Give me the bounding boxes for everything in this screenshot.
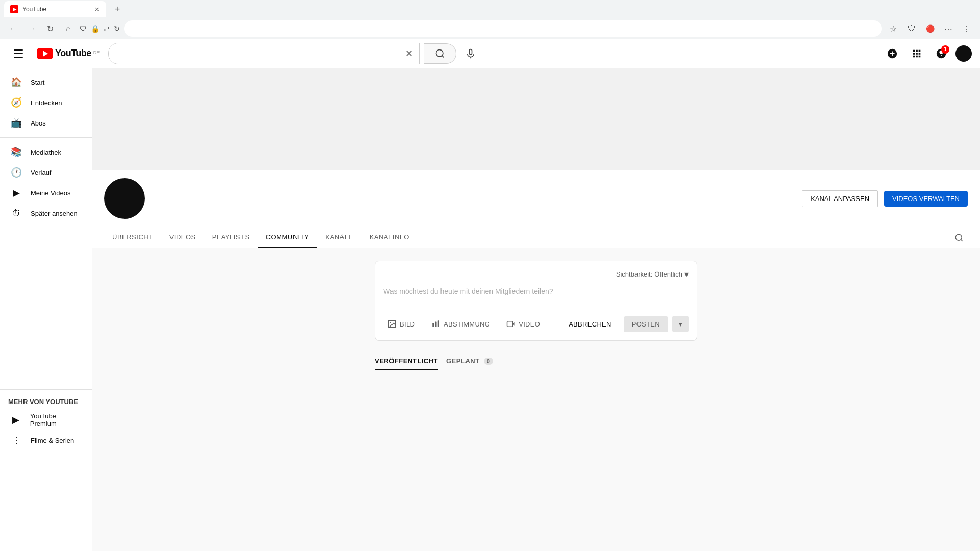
channel-banner (92, 68, 980, 170)
channel-actions: KANAL ANPASSEN VIDEOS VERWALTEN (802, 190, 968, 207)
home-button[interactable]: ⌂ (61, 21, 76, 36)
sidebar-item-meine-videos[interactable]: ▶ Meine Videos (2, 183, 90, 203)
oeffentlich-label: Öffentlich (654, 270, 682, 278)
reload-button[interactable]: ↻ (43, 21, 57, 36)
search-input[interactable] (109, 43, 399, 64)
translate-icon: ↻ (114, 24, 120, 33)
sidebar-item-filme-serien[interactable]: ⋮ Filme & Serien (2, 430, 90, 450)
posten-button[interactable]: POSTEN (624, 316, 668, 332)
badge-button[interactable]: 🔴 (923, 21, 937, 36)
sidebar-item-start-label: Start (31, 79, 44, 86)
post-input[interactable] (383, 283, 689, 308)
shield-button[interactable]: 🛡 (904, 21, 919, 36)
hamburger-menu-button[interactable] (8, 43, 29, 64)
youtube-logo[interactable]: YouTube DE (37, 48, 100, 59)
geplant-count-badge: 0 (484, 358, 494, 365)
sidebar-spacer (0, 232, 92, 385)
video-icon (506, 319, 516, 329)
tab-playlists[interactable]: PLAYLISTS (204, 227, 258, 248)
sidebar-item-verlauf[interactable]: 🕐 Verlauf (2, 162, 90, 183)
tab-uebersicht[interactable]: ÜBERSICHT (104, 227, 161, 248)
sidebar-item-abos[interactable]: 📺 Abos (2, 113, 90, 133)
kanal-anpassen-button[interactable]: KANAL ANPASSEN (802, 190, 878, 207)
tab-search-icon (954, 233, 964, 242)
abbrechen-button[interactable]: ABBRECHEN (560, 316, 620, 332)
header-right: 1 (882, 43, 972, 64)
compass-icon: 🧭 (10, 97, 22, 108)
search-clear-button[interactable]: ✕ (399, 43, 419, 64)
sidebar-item-spaeter-ansehen[interactable]: ⏱ Später ansehen (2, 203, 90, 223)
svg-rect-8 (438, 320, 439, 327)
address-bar[interactable] (124, 20, 882, 37)
watch-later-icon: ⏱ (10, 208, 22, 219)
post-composer-header: Sichtbarkeit: Öffentlich ▾ (383, 269, 689, 279)
tab-community[interactable]: COMMUNITY (258, 227, 317, 248)
search-button[interactable] (424, 43, 456, 64)
image-icon (387, 319, 397, 329)
hamburger-line-3 (14, 57, 23, 58)
tab-close-button[interactable]: × (94, 4, 100, 14)
veroeffentlicht-tab[interactable]: VERÖFFENTLICHT (375, 353, 438, 370)
videos-verwalten-button[interactable]: VIDEOS VERWALTEN (884, 191, 968, 207)
more-section-title: MEHR VON YOUTUBE (0, 394, 92, 410)
sidebar: 🏠 Start 🧭 Entdecken 📺 Abos 📚 Mediathek 🕐… (0, 68, 92, 551)
hamburger-line-1 (14, 49, 23, 51)
visibility-chevron-icon: ▾ (684, 269, 689, 279)
forward-button[interactable]: → (24, 21, 39, 36)
channel-header: KANAL ANPASSEN VIDEOS VERWALTEN (92, 170, 980, 227)
sidebar-item-entdecken[interactable]: 🧭 Entdecken (2, 92, 90, 113)
tab-title: YouTube (22, 6, 46, 13)
browser-tab[interactable]: ▶ YouTube × (4, 1, 106, 17)
svg-point-0 (436, 49, 443, 56)
menu-button[interactable]: ⋮ (960, 21, 974, 36)
video-button[interactable]: VIDEO (502, 316, 544, 332)
sidebar-item-filme-serien-label: Filme & Serien (31, 437, 74, 444)
notifications-button[interactable]: 1 (931, 43, 951, 64)
bookmark-button[interactable]: ☆ (886, 21, 900, 36)
bild-button[interactable]: BILD (383, 316, 419, 332)
community-section: Sichtbarkeit: Öffentlich ▾ (362, 261, 709, 370)
svg-point-5 (390, 322, 391, 323)
lock-icon: 🔒 (91, 24, 100, 33)
post-actions: ABBRECHEN POSTEN ▾ (560, 316, 689, 332)
sidebar-item-start[interactable]: 🏠 Start (2, 72, 90, 92)
tab-kanaele[interactable]: KANÄLE (317, 227, 361, 248)
header-left: YouTube DE (8, 43, 100, 64)
browser-chrome: ▶ YouTube × + ← → ↻ ⌂ 🛡 🔒 ⇄ ↻ ☆ 🛡 🔴 ⋯ ⋮ (0, 0, 980, 39)
back-button[interactable]: ← (6, 21, 20, 36)
tab-search-button[interactable] (950, 229, 968, 246)
microphone-icon (465, 48, 476, 59)
sidebar-item-mediathek[interactable]: 📚 Mediathek (2, 142, 90, 162)
svg-line-1 (442, 55, 444, 57)
youtube-country-badge: DE (93, 50, 100, 55)
new-tab-button[interactable]: + (110, 2, 125, 16)
apps-button[interactable] (906, 43, 927, 64)
hamburger-line-2 (14, 53, 23, 54)
user-avatar[interactable] (955, 45, 972, 62)
post-composer-footer: BILD ABSTIMMUNG (383, 310, 689, 332)
svg-rect-6 (432, 323, 434, 328)
sidebar-item-meine-videos-label: Meine Videos (31, 189, 71, 197)
sidebar-item-mediathek-label: Mediathek (31, 148, 61, 156)
voice-search-button[interactable] (460, 43, 481, 64)
header-center: ✕ (108, 43, 481, 64)
browser-titlebar: ▶ YouTube × + (0, 0, 980, 18)
badge-icon: 🔴 (926, 24, 935, 33)
tab-videos[interactable]: VIDEOS (161, 227, 204, 248)
abstimmung-button[interactable]: ABSTIMMUNG (427, 316, 494, 332)
create-button[interactable] (882, 43, 902, 64)
create-icon (887, 48, 898, 59)
extension-icon: ⇄ (104, 24, 110, 33)
extensions-button[interactable]: ⋯ (941, 21, 955, 36)
youtube-logo-text: YouTube (55, 48, 91, 59)
tab-kanalinfo[interactable]: KANALINFO (361, 227, 418, 248)
abstimmung-label: ABSTIMMUNG (444, 320, 490, 328)
sichtbarkeit-label: Sichtbarkeit: (616, 270, 653, 278)
sidebar-item-youtube-premium[interactable]: ▶ YouTube Premium (2, 410, 90, 430)
sidebar-item-youtube-premium-label: YouTube Premium (30, 412, 82, 428)
sidebar-item-abos-label: Abos (31, 119, 46, 127)
geplant-tab[interactable]: GEPLANT 0 (446, 353, 493, 370)
posten-more-button[interactable]: ▾ (672, 316, 689, 332)
notification-badge: 1 (941, 45, 949, 54)
visibility-select[interactable]: Öffentlich ▾ (654, 269, 689, 279)
